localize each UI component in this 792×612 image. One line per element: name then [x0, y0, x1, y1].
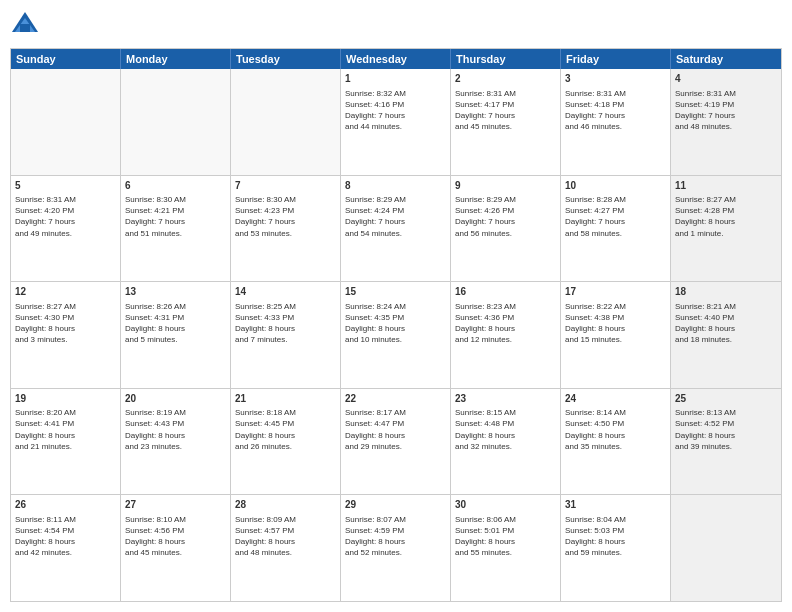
- calendar-cell-day-2: 2Sunrise: 8:31 AM Sunset: 4:17 PM Daylig…: [451, 69, 561, 175]
- day-number: 29: [345, 498, 446, 512]
- calendar-cell-day-25: 25Sunrise: 8:13 AM Sunset: 4:52 PM Dayli…: [671, 389, 781, 495]
- day-number: 12: [15, 285, 116, 299]
- cell-info: Sunrise: 8:27 AM Sunset: 4:28 PM Dayligh…: [675, 194, 777, 239]
- cell-info: Sunrise: 8:29 AM Sunset: 4:24 PM Dayligh…: [345, 194, 446, 239]
- day-number: 10: [565, 179, 666, 193]
- calendar-cell-empty: [121, 69, 231, 175]
- calendar-cell-day-14: 14Sunrise: 8:25 AM Sunset: 4:33 PM Dayli…: [231, 282, 341, 388]
- day-number: 15: [345, 285, 446, 299]
- day-number: 27: [125, 498, 226, 512]
- cell-info: Sunrise: 8:14 AM Sunset: 4:50 PM Dayligh…: [565, 407, 666, 452]
- calendar-cell-day-31: 31Sunrise: 8:04 AM Sunset: 5:03 PM Dayli…: [561, 495, 671, 601]
- cell-info: Sunrise: 8:31 AM Sunset: 4:17 PM Dayligh…: [455, 88, 556, 133]
- cell-info: Sunrise: 8:31 AM Sunset: 4:20 PM Dayligh…: [15, 194, 116, 239]
- day-number: 5: [15, 179, 116, 193]
- day-number: 3: [565, 72, 666, 86]
- page: SundayMondayTuesdayWednesdayThursdayFrid…: [0, 0, 792, 612]
- calendar-cell-day-22: 22Sunrise: 8:17 AM Sunset: 4:47 PM Dayli…: [341, 389, 451, 495]
- calendar-cell-day-7: 7Sunrise: 8:30 AM Sunset: 4:23 PM Daylig…: [231, 176, 341, 282]
- day-number: 30: [455, 498, 556, 512]
- weekday-header-friday: Friday: [561, 49, 671, 69]
- calendar-cell-day-5: 5Sunrise: 8:31 AM Sunset: 4:20 PM Daylig…: [11, 176, 121, 282]
- cell-info: Sunrise: 8:06 AM Sunset: 5:01 PM Dayligh…: [455, 514, 556, 559]
- cell-info: Sunrise: 8:25 AM Sunset: 4:33 PM Dayligh…: [235, 301, 336, 346]
- weekday-header-wednesday: Wednesday: [341, 49, 451, 69]
- cell-info: Sunrise: 8:30 AM Sunset: 4:21 PM Dayligh…: [125, 194, 226, 239]
- cell-info: Sunrise: 8:27 AM Sunset: 4:30 PM Dayligh…: [15, 301, 116, 346]
- day-number: 9: [455, 179, 556, 193]
- calendar-row-5: 26Sunrise: 8:11 AM Sunset: 4:54 PM Dayli…: [11, 495, 781, 601]
- calendar-cell-day-10: 10Sunrise: 8:28 AM Sunset: 4:27 PM Dayli…: [561, 176, 671, 282]
- calendar-cell-day-21: 21Sunrise: 8:18 AM Sunset: 4:45 PM Dayli…: [231, 389, 341, 495]
- day-number: 28: [235, 498, 336, 512]
- day-number: 20: [125, 392, 226, 406]
- calendar-cell-day-17: 17Sunrise: 8:22 AM Sunset: 4:38 PM Dayli…: [561, 282, 671, 388]
- cell-info: Sunrise: 8:23 AM Sunset: 4:36 PM Dayligh…: [455, 301, 556, 346]
- calendar-header: SundayMondayTuesdayWednesdayThursdayFrid…: [11, 49, 781, 69]
- weekday-header-saturday: Saturday: [671, 49, 781, 69]
- day-number: 16: [455, 285, 556, 299]
- cell-info: Sunrise: 8:15 AM Sunset: 4:48 PM Dayligh…: [455, 407, 556, 452]
- calendar-cell-day-28: 28Sunrise: 8:09 AM Sunset: 4:57 PM Dayli…: [231, 495, 341, 601]
- calendar-cell-day-18: 18Sunrise: 8:21 AM Sunset: 4:40 PM Dayli…: [671, 282, 781, 388]
- logo-icon: [10, 10, 40, 40]
- logo: [10, 10, 44, 40]
- calendar-cell-day-19: 19Sunrise: 8:20 AM Sunset: 4:41 PM Dayli…: [11, 389, 121, 495]
- day-number: 22: [345, 392, 446, 406]
- day-number: 2: [455, 72, 556, 86]
- calendar-cell-day-11: 11Sunrise: 8:27 AM Sunset: 4:28 PM Dayli…: [671, 176, 781, 282]
- cell-info: Sunrise: 8:29 AM Sunset: 4:26 PM Dayligh…: [455, 194, 556, 239]
- calendar-cell-day-12: 12Sunrise: 8:27 AM Sunset: 4:30 PM Dayli…: [11, 282, 121, 388]
- day-number: 18: [675, 285, 777, 299]
- calendar-cell-day-30: 30Sunrise: 8:06 AM Sunset: 5:01 PM Dayli…: [451, 495, 561, 601]
- calendar-body: 1Sunrise: 8:32 AM Sunset: 4:16 PM Daylig…: [11, 69, 781, 601]
- day-number: 19: [15, 392, 116, 406]
- cell-info: Sunrise: 8:17 AM Sunset: 4:47 PM Dayligh…: [345, 407, 446, 452]
- cell-info: Sunrise: 8:30 AM Sunset: 4:23 PM Dayligh…: [235, 194, 336, 239]
- cell-info: Sunrise: 8:31 AM Sunset: 4:19 PM Dayligh…: [675, 88, 777, 133]
- calendar-cell-day-6: 6Sunrise: 8:30 AM Sunset: 4:21 PM Daylig…: [121, 176, 231, 282]
- calendar-cell-day-23: 23Sunrise: 8:15 AM Sunset: 4:48 PM Dayli…: [451, 389, 561, 495]
- cell-info: Sunrise: 8:32 AM Sunset: 4:16 PM Dayligh…: [345, 88, 446, 133]
- cell-info: Sunrise: 8:09 AM Sunset: 4:57 PM Dayligh…: [235, 514, 336, 559]
- calendar-cell-empty: [11, 69, 121, 175]
- weekday-header-sunday: Sunday: [11, 49, 121, 69]
- day-number: 1: [345, 72, 446, 86]
- svg-rect-2: [20, 24, 30, 32]
- cell-info: Sunrise: 8:18 AM Sunset: 4:45 PM Dayligh…: [235, 407, 336, 452]
- day-number: 26: [15, 498, 116, 512]
- cell-info: Sunrise: 8:21 AM Sunset: 4:40 PM Dayligh…: [675, 301, 777, 346]
- calendar-cell-day-13: 13Sunrise: 8:26 AM Sunset: 4:31 PM Dayli…: [121, 282, 231, 388]
- day-number: 11: [675, 179, 777, 193]
- calendar-cell-day-8: 8Sunrise: 8:29 AM Sunset: 4:24 PM Daylig…: [341, 176, 451, 282]
- cell-info: Sunrise: 8:11 AM Sunset: 4:54 PM Dayligh…: [15, 514, 116, 559]
- calendar-cell-empty: [231, 69, 341, 175]
- calendar-cell-day-27: 27Sunrise: 8:10 AM Sunset: 4:56 PM Dayli…: [121, 495, 231, 601]
- cell-info: Sunrise: 8:31 AM Sunset: 4:18 PM Dayligh…: [565, 88, 666, 133]
- day-number: 4: [675, 72, 777, 86]
- day-number: 31: [565, 498, 666, 512]
- calendar-cell-day-26: 26Sunrise: 8:11 AM Sunset: 4:54 PM Dayli…: [11, 495, 121, 601]
- day-number: 17: [565, 285, 666, 299]
- cell-info: Sunrise: 8:26 AM Sunset: 4:31 PM Dayligh…: [125, 301, 226, 346]
- calendar-row-1: 1Sunrise: 8:32 AM Sunset: 4:16 PM Daylig…: [11, 69, 781, 176]
- day-number: 6: [125, 179, 226, 193]
- weekday-header-thursday: Thursday: [451, 49, 561, 69]
- calendar-cell-day-29: 29Sunrise: 8:07 AM Sunset: 4:59 PM Dayli…: [341, 495, 451, 601]
- calendar-row-2: 5Sunrise: 8:31 AM Sunset: 4:20 PM Daylig…: [11, 176, 781, 283]
- cell-info: Sunrise: 8:13 AM Sunset: 4:52 PM Dayligh…: [675, 407, 777, 452]
- calendar-cell-day-4: 4Sunrise: 8:31 AM Sunset: 4:19 PM Daylig…: [671, 69, 781, 175]
- cell-info: Sunrise: 8:04 AM Sunset: 5:03 PM Dayligh…: [565, 514, 666, 559]
- cell-info: Sunrise: 8:19 AM Sunset: 4:43 PM Dayligh…: [125, 407, 226, 452]
- calendar-cell-day-3: 3Sunrise: 8:31 AM Sunset: 4:18 PM Daylig…: [561, 69, 671, 175]
- day-number: 23: [455, 392, 556, 406]
- cell-info: Sunrise: 8:07 AM Sunset: 4:59 PM Dayligh…: [345, 514, 446, 559]
- calendar-cell-day-9: 9Sunrise: 8:29 AM Sunset: 4:26 PM Daylig…: [451, 176, 561, 282]
- weekday-header-tuesday: Tuesday: [231, 49, 341, 69]
- calendar-cell-day-1: 1Sunrise: 8:32 AM Sunset: 4:16 PM Daylig…: [341, 69, 451, 175]
- cell-info: Sunrise: 8:28 AM Sunset: 4:27 PM Dayligh…: [565, 194, 666, 239]
- weekday-header-monday: Monday: [121, 49, 231, 69]
- cell-info: Sunrise: 8:22 AM Sunset: 4:38 PM Dayligh…: [565, 301, 666, 346]
- day-number: 7: [235, 179, 336, 193]
- day-number: 8: [345, 179, 446, 193]
